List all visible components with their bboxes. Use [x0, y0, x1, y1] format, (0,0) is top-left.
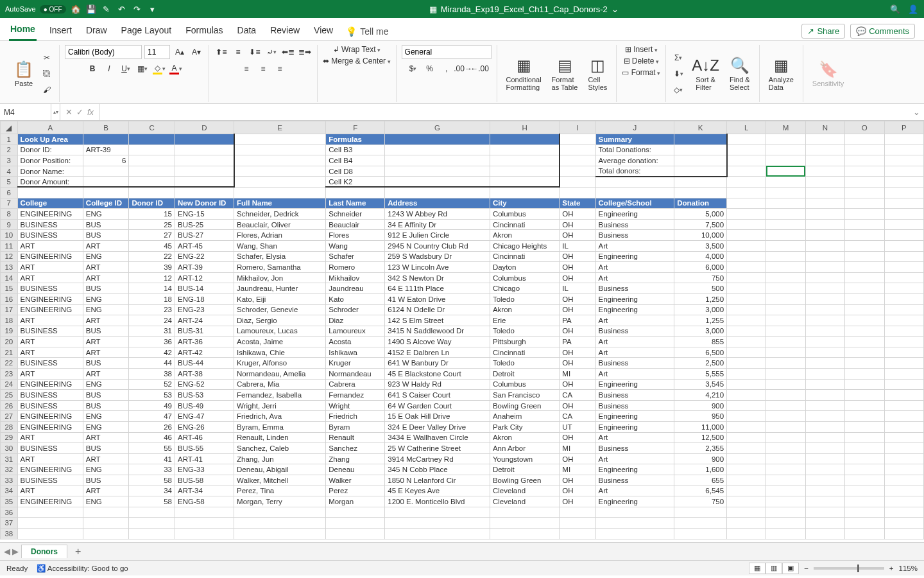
cell[interactable]: ENG-18 — [175, 293, 234, 304]
cell[interactable] — [884, 144, 923, 155]
cell[interactable]: 2945 N Country Club Rd — [385, 240, 490, 251]
row-header[interactable]: 33 — [1, 475, 18, 486]
cell[interactable]: Engineering — [595, 251, 674, 262]
quick-access-more-icon[interactable]: ▾ — [147, 3, 158, 15]
align-bottom-icon[interactable]: ⬇≡ — [248, 45, 262, 59]
row-header[interactable]: 19 — [1, 326, 18, 337]
cell[interactable] — [884, 155, 923, 166]
cell[interactable]: 6,545 — [674, 486, 727, 496]
cell[interactable]: Engineering — [595, 496, 674, 507]
cell[interactable]: 750 — [674, 272, 727, 283]
cell[interactable]: BUS — [83, 400, 129, 411]
cell[interactable]: MI — [560, 443, 595, 454]
cell[interactable]: ENG — [83, 293, 129, 304]
cell[interactable] — [805, 262, 844, 273]
expand-formula-bar-icon[interactable]: ⌄ — [909, 107, 924, 117]
row-header[interactable]: 12 — [1, 251, 18, 262]
cell[interactable] — [805, 507, 844, 518]
cell[interactable]: ENG — [83, 411, 129, 422]
cell[interactable] — [326, 518, 385, 529]
cell[interactable] — [805, 496, 844, 507]
cell[interactable] — [884, 262, 923, 273]
cell[interactable] — [845, 155, 884, 166]
row-header[interactable]: 8 — [1, 209, 18, 220]
cell[interactable]: Art — [595, 347, 674, 358]
cell[interactable]: 38 — [129, 369, 175, 380]
cell[interactable] — [884, 486, 923, 496]
cell[interactable]: 1,250 — [674, 293, 727, 304]
cell[interactable]: 46 — [129, 432, 175, 443]
cell[interactable]: ART-42 — [175, 347, 234, 358]
cell[interactable]: BUS-58 — [175, 475, 234, 486]
cell[interactable] — [727, 230, 766, 241]
cell[interactable] — [845, 187, 884, 198]
cell[interactable] — [845, 358, 884, 369]
cell[interactable]: Diaz — [326, 315, 385, 326]
currency-icon[interactable]: $ — [406, 62, 420, 76]
cell[interactable]: BUSINESS — [17, 326, 83, 337]
cell[interactable]: ENGINEERING — [17, 209, 83, 220]
cell[interactable] — [234, 177, 326, 188]
analyze-data-button[interactable]: ▦Analyze Data — [765, 55, 798, 92]
cell[interactable] — [385, 187, 490, 198]
cell[interactable] — [884, 187, 923, 198]
cell[interactable]: 18 — [129, 293, 175, 304]
cell[interactable]: Renault, Linden — [234, 432, 326, 443]
cell[interactable]: ART-12 — [175, 272, 234, 283]
cell[interactable] — [884, 347, 923, 358]
cell[interactable] — [845, 166, 884, 177]
cell[interactable]: Zhang, Jun — [234, 453, 326, 464]
cell[interactable]: Art — [595, 453, 674, 464]
cell[interactable]: 15 — [129, 209, 175, 220]
cell[interactable] — [727, 219, 766, 230]
cell[interactable]: ART — [17, 453, 83, 464]
cell[interactable]: ENG-33 — [175, 464, 234, 475]
cell[interactable]: ART — [17, 240, 83, 251]
cell[interactable]: Art — [595, 315, 674, 326]
cell[interactable]: 39 — [129, 262, 175, 273]
spreadsheet-grid[interactable]: ◢ABCDEFGHIJKLMNOP 1Look Up AreaFormulasS… — [0, 121, 924, 542]
cell[interactable]: 26 — [129, 422, 175, 433]
decrease-font-icon[interactable]: A▾ — [189, 45, 203, 59]
cell[interactable] — [560, 144, 595, 155]
cell[interactable] — [884, 166, 923, 177]
cell[interactable]: Bowling Green — [490, 400, 559, 411]
cell[interactable] — [490, 155, 559, 166]
cell[interactable]: 900 — [674, 400, 727, 411]
cell[interactable]: OH — [560, 262, 595, 273]
cell[interactable]: Flores, Adrian — [234, 230, 326, 241]
cell[interactable] — [234, 144, 326, 155]
cell[interactable] — [727, 422, 766, 433]
tab-home[interactable]: Home — [9, 21, 37, 41]
cell[interactable] — [129, 177, 175, 188]
cell[interactable] — [490, 528, 559, 539]
tell-me[interactable]: 💡Tell me — [346, 26, 388, 37]
cell[interactable]: Kruger — [326, 358, 385, 369]
cell[interactable]: ART — [83, 240, 129, 251]
cell[interactable] — [326, 528, 385, 539]
cell[interactable] — [727, 144, 766, 155]
sheet-nav-prev-icon[interactable]: ◀ — [4, 547, 10, 556]
cell[interactable]: Youngstown — [490, 453, 559, 464]
cell[interactable]: ENGINEERING — [17, 422, 83, 433]
cell[interactable]: Normandeau, Amelia — [234, 369, 326, 380]
cell[interactable] — [727, 369, 766, 380]
cell[interactable] — [234, 134, 326, 145]
cell[interactable] — [845, 379, 884, 390]
cell[interactable] — [83, 177, 129, 188]
cell[interactable]: Address — [385, 198, 490, 209]
cell[interactable] — [766, 443, 805, 454]
cell[interactable]: Deneau — [326, 464, 385, 475]
cell[interactable]: 4152 E Dalbren Ln — [385, 347, 490, 358]
cell[interactable]: Average donation: — [595, 155, 674, 166]
cell[interactable] — [766, 422, 805, 433]
cell[interactable]: Deneau, Abigail — [234, 464, 326, 475]
cell[interactable]: ART — [83, 369, 129, 380]
cell[interactable] — [727, 496, 766, 507]
cell[interactable]: 342 S Newton Dr — [385, 272, 490, 283]
cell[interactable]: 3434 E Wallhaven Circle — [385, 432, 490, 443]
cell[interactable] — [727, 390, 766, 401]
cell[interactable]: 3415 N Saddlewood Dr — [385, 326, 490, 337]
cell[interactable]: ART — [83, 337, 129, 347]
cell[interactable] — [727, 283, 766, 294]
